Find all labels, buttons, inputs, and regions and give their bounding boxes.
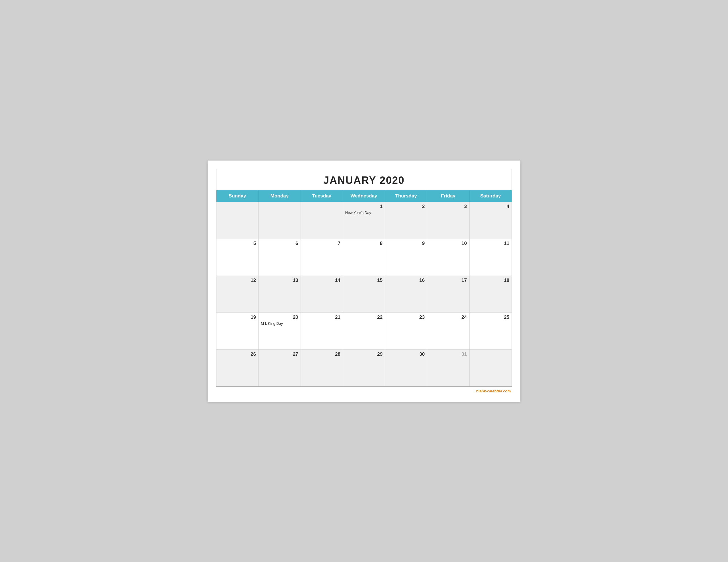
day-header-tuesday: Tuesday — [301, 190, 343, 202]
cell-number: 15 — [345, 278, 382, 283]
cell-number: 11 — [472, 241, 509, 246]
cell-number: 29 — [345, 351, 382, 357]
calendar-cell: 2 — [385, 202, 427, 239]
cell-number: 21 — [303, 314, 340, 320]
calendar-cell — [216, 202, 258, 239]
calendar-cell: 18 — [470, 276, 512, 312]
cell-number: 13 — [261, 278, 298, 283]
day-header-saturday: Saturday — [470, 190, 512, 202]
calendar-cell: 23 — [385, 312, 427, 349]
calendar-cell: 22 — [343, 312, 385, 349]
calendar-cell — [470, 349, 512, 386]
calendar-cell: 21 — [301, 312, 343, 349]
calendar-cell: 25 — [470, 312, 512, 349]
cell-event: M L King Day — [261, 321, 298, 325]
calendar-cell: 17 — [427, 276, 469, 312]
cell-number: 26 — [219, 351, 256, 357]
day-header-sunday: Sunday — [216, 190, 258, 202]
calendar-cell: 4 — [470, 202, 512, 239]
calendar-cell: 15 — [343, 276, 385, 312]
calendar-cell: 8 — [343, 239, 385, 276]
cell-number: 25 — [472, 314, 509, 320]
calendar-cell: 12 — [216, 276, 258, 312]
calendar-cell: 14 — [301, 276, 343, 312]
cell-number: 14 — [303, 278, 340, 283]
cell-number: 10 — [429, 241, 467, 246]
day-header-thursday: Thursday — [385, 190, 427, 202]
cell-number: 31 — [429, 351, 467, 357]
calendar-cell: 24 — [427, 312, 469, 349]
calendar-cell: 27 — [258, 349, 301, 386]
day-header-wednesday: Wednesday — [343, 190, 385, 202]
cell-number: 1 — [345, 204, 382, 210]
cell-number: 8 — [345, 241, 382, 246]
page: JANUARY 2020 SundayMondayTuesdayWednesda… — [208, 161, 520, 402]
cell-number: 6 — [261, 241, 298, 246]
cell-number: 4 — [472, 204, 509, 210]
calendar-cell: 19 — [216, 312, 258, 349]
calendar-cell: 31 — [427, 349, 469, 386]
cell-number: 23 — [387, 314, 425, 320]
cell-number: 2 — [387, 204, 425, 210]
cell-number: 28 — [303, 351, 340, 357]
cell-number: 3 — [429, 204, 467, 210]
cell-event: New Year's Day — [345, 211, 382, 215]
calendar-cell: 7 — [301, 239, 343, 276]
calendar-cell: 26 — [216, 349, 258, 386]
cell-number: 7 — [303, 241, 340, 246]
calendar-cell: 29 — [343, 349, 385, 386]
day-headers: SundayMondayTuesdayWednesdayThursdayFrid… — [216, 190, 512, 202]
calendar-cell: 30 — [385, 349, 427, 386]
cell-number: 9 — [387, 241, 425, 246]
calendar-cell: 16 — [385, 276, 427, 312]
calendar-cell — [301, 202, 343, 239]
calendar-cell: 9 — [385, 239, 427, 276]
cell-number: 20 — [261, 314, 298, 320]
calendar-container: JANUARY 2020 SundayMondayTuesdayWednesda… — [216, 169, 512, 387]
calendar-cell: 10 — [427, 239, 469, 276]
cell-number: 19 — [219, 314, 256, 320]
day-header-friday: Friday — [427, 190, 469, 202]
calendar-cell: 28 — [301, 349, 343, 386]
day-header-monday: Monday — [258, 190, 301, 202]
calendar-grid: 1New Year's Day2345678910111213141516171… — [216, 202, 512, 386]
cell-number: 27 — [261, 351, 298, 357]
cell-number: 22 — [345, 314, 382, 320]
calendar-cell: 3 — [427, 202, 469, 239]
calendar-cell: 13 — [258, 276, 301, 312]
cell-number: 30 — [387, 351, 425, 357]
calendar-cell: 1New Year's Day — [343, 202, 385, 239]
calendar-cell: 20M L King Day — [258, 312, 301, 349]
calendar-cell: 6 — [258, 239, 301, 276]
cell-number: 16 — [387, 278, 425, 283]
calendar-cell: 5 — [216, 239, 258, 276]
cell-number: 18 — [472, 278, 509, 283]
cell-number: 5 — [219, 241, 256, 246]
cell-number: 24 — [429, 314, 467, 320]
calendar-cell: 11 — [470, 239, 512, 276]
calendar-cell — [258, 202, 301, 239]
watermark: blank-calendar.com — [216, 387, 512, 393]
cell-number: 12 — [219, 278, 256, 283]
calendar-title: JANUARY 2020 — [216, 169, 512, 190]
cell-number: 17 — [429, 278, 467, 283]
